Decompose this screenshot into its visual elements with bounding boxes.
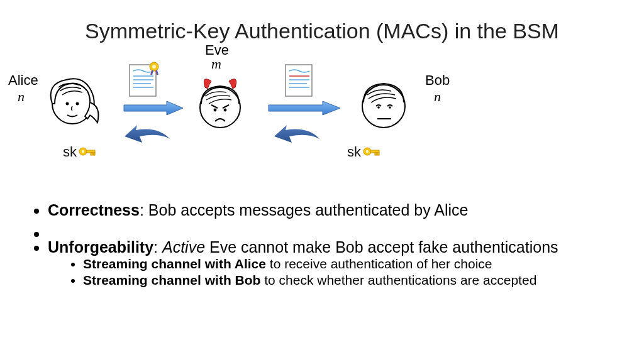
bullet-unforgeability: Unforgeability: Active Eve cannot make B… <box>48 238 558 288</box>
curved-arrow-icon <box>121 125 184 154</box>
colon: : <box>153 238 162 256</box>
eve-face-icon <box>190 72 250 135</box>
sk-label-alice: sk <box>63 144 97 160</box>
diagram-stage: Alice n Eve m Bob n <box>0 47 644 185</box>
svg-point-1 <box>66 102 69 106</box>
alice-label: Alice <box>8 72 38 89</box>
bullet-correctness: Correctness: Bob accepts messages authen… <box>48 201 558 219</box>
sub-rest: to receive authentication of her choice <box>266 256 492 271</box>
key-icon <box>78 144 97 160</box>
svg-point-6 <box>362 85 405 128</box>
svg-point-16 <box>152 65 156 69</box>
svg-point-7 <box>377 106 380 109</box>
term: Unforgeability <box>48 238 153 256</box>
sub-term: Streaming channel with Bob <box>83 273 260 287</box>
bullet-list: Correctness: Bob accepts messages authen… <box>35 201 558 293</box>
sub-rest: to check whether authentications are acc… <box>260 273 536 287</box>
svg-rect-17 <box>286 65 312 96</box>
key-icon <box>362 144 381 160</box>
svg-rect-31 <box>370 150 379 153</box>
sk-label-bob: sk <box>347 144 381 160</box>
curved-arrow-icon <box>270 125 333 154</box>
forged-document-icon <box>282 61 317 99</box>
svg-point-2 <box>76 102 79 106</box>
alice-var: n <box>18 89 25 105</box>
bob-label: Bob <box>425 72 450 89</box>
active: Active <box>162 238 205 256</box>
sk-text: sk <box>347 144 361 160</box>
sub-term: Streaming channel with Alice <box>83 256 266 271</box>
text: : Bob accepts messages authenticated by … <box>140 201 469 219</box>
svg-point-8 <box>389 106 391 109</box>
sub-bullet: Streaming channel with Bob to check whet… <box>83 273 558 288</box>
svg-rect-26 <box>86 150 95 153</box>
sub-bullet: Streaming channel with Alice to receive … <box>83 256 558 272</box>
svg-point-25 <box>82 150 84 153</box>
svg-rect-32 <box>375 153 377 155</box>
svg-marker-22 <box>124 101 183 115</box>
slide-title: Symmetric-Key Authentication (MACs) in t… <box>0 0 644 43</box>
svg-point-3 <box>200 87 240 128</box>
svg-point-30 <box>366 150 369 153</box>
sk-text: sk <box>63 144 77 160</box>
rest: Eve cannot make Bob accept fake authenti… <box>205 238 558 256</box>
eve-var: m <box>211 56 221 72</box>
svg-rect-28 <box>93 153 95 155</box>
svg-rect-33 <box>377 153 379 155</box>
bob-var: n <box>434 89 441 105</box>
svg-point-5 <box>224 109 227 112</box>
bob-face-icon <box>352 72 415 135</box>
svg-rect-27 <box>91 153 92 155</box>
arrow-right-icon <box>123 99 186 118</box>
svg-point-4 <box>214 109 217 112</box>
alice-face-icon <box>41 66 104 135</box>
svg-marker-23 <box>269 101 340 115</box>
term: Correctness <box>48 201 140 219</box>
arrow-right-icon <box>267 99 343 118</box>
signed-document-icon <box>126 61 161 99</box>
